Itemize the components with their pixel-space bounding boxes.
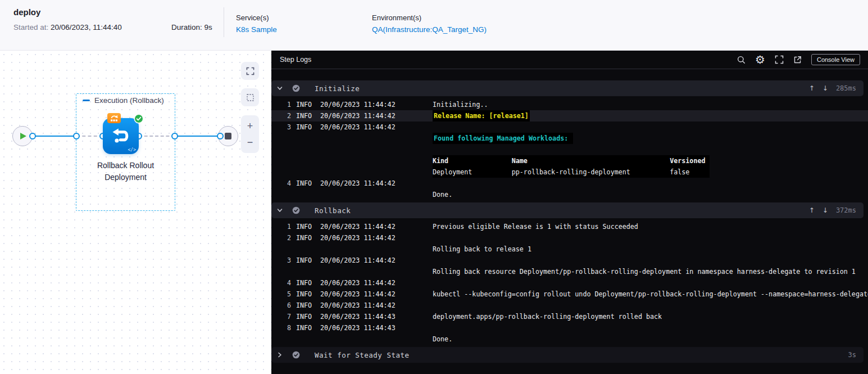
environments-block: Environment(s) QA(Infrastructure:QA_Targ…: [372, 13, 487, 34]
log-level: [296, 334, 313, 345]
log-line-number: [277, 244, 291, 255]
log-line-number: [277, 133, 291, 144]
log-line-number: 1: [277, 99, 291, 110]
log-line-number: [277, 155, 291, 166]
console-view-button[interactable]: Console View: [811, 54, 860, 65]
log-timestamp: 20/06/2023 11:44:42: [320, 110, 397, 121]
log-timestamp: 20/06/2023 11:44:42: [320, 178, 397, 189]
duration: Duration: 9s: [171, 23, 212, 31]
log-section-header[interactable]: Rollback ↑ ↓ 372ms: [271, 202, 864, 218]
log-timestamp: 20/06/2023 11:44:42: [320, 232, 397, 244]
log-section-title: Initialize: [315, 84, 360, 93]
log-message: Initializing..: [433, 99, 488, 110]
scroll-to-bottom-icon[interactable]: ↓: [822, 206, 828, 214]
log-line: 4 INFO 20/06/2023 11:44:42: [271, 277, 868, 289]
log-line: 3 INFO 20/06/2023 11:44:42: [271, 255, 868, 266]
log-level: [296, 133, 313, 144]
log-level: INFO: [296, 232, 313, 244]
log-section-header[interactable]: Initialize ↑ ↓ 285ms: [271, 80, 864, 96]
log-timestamp: [320, 266, 397, 277]
log-timestamp: [320, 189, 397, 200]
started-at: Started at: 20/06/2023, 11:44:40: [13, 23, 122, 31]
pipeline-canvas[interactable]: Execution (Rollback): [0, 51, 271, 374]
rollback-step-node[interactable]: </>: [103, 118, 139, 154]
log-section-header[interactable]: Wait for Steady State ↑ ↓ 3s: [271, 347, 864, 363]
log-line: Deployment pp-rollback-rolling-deploymen…: [271, 166, 868, 178]
expand-logs-icon[interactable]: [775, 55, 784, 64]
chevron-down-icon[interactable]: [276, 207, 284, 214]
log-timestamp: 20/06/2023 11:44:42: [320, 99, 397, 110]
section-duration: 285ms: [836, 84, 856, 92]
zoom-out-button[interactable]: −: [247, 137, 253, 147]
log-line: Kind Name Versioned: [271, 155, 868, 166]
log-line-number: 8: [277, 322, 291, 334]
port: [171, 133, 178, 139]
log-line-number: 1: [277, 221, 291, 232]
log-message: deployment.apps/pp-rollback-rolling-depl…: [433, 311, 662, 322]
log-timestamp: [320, 334, 397, 345]
collapse-group-icon[interactable]: [83, 100, 90, 101]
page-title: deploy: [13, 7, 40, 17]
log-toolbar: Step Logs ⚙ Console View: [271, 51, 868, 69]
service-link[interactable]: K8s Sample: [236, 25, 277, 34]
gear-icon[interactable]: ⚙: [755, 54, 765, 65]
edge-start-to-group: [33, 136, 76, 137]
log-line: 1 INFO 20/06/2023 11:44:42 Initializing.…: [271, 99, 868, 110]
log-line: 4 INFO 20/06/2023 11:44:42: [271, 178, 868, 189]
header-divider: [224, 7, 224, 37]
execution-header: deploy Started at: 20/06/2023, 11:44:40 …: [0, 0, 868, 51]
chevron-down-icon[interactable]: [276, 85, 284, 92]
chevron-right-icon[interactable]: [276, 352, 284, 358]
canvas-fullscreen-button[interactable]: [241, 62, 259, 80]
check-circle-icon: [292, 351, 300, 359]
log-line: 5 INFO 20/06/2023 11:44:42 kubectl --kub…: [271, 289, 868, 300]
log-line-number: 3: [277, 255, 291, 266]
duration-label: Duration:: [171, 23, 202, 31]
log-line-number: [277, 334, 291, 345]
log-line-number: 4: [277, 178, 291, 189]
log-level: INFO: [296, 322, 313, 334]
marquee-select-icon: [246, 93, 255, 102]
log-timestamp: 20/06/2023 11:44:43: [320, 311, 397, 322]
services-label: Service(s): [236, 13, 277, 22]
log-line-number: 7: [277, 311, 291, 322]
edge-group-to-end: [175, 136, 220, 137]
log-message: Kind Name Versioned: [433, 155, 710, 166]
scroll-to-top-icon[interactable]: ↑: [809, 206, 815, 214]
log-line: Found following Managed Workloads:: [271, 133, 868, 144]
log-message: Done.: [433, 334, 452, 345]
log-line-number: 3: [277, 121, 291, 133]
log-level: INFO: [296, 277, 313, 289]
log-line-number: [277, 189, 291, 200]
log-line-number: 2: [277, 232, 291, 244]
section-duration: 372ms: [836, 206, 856, 214]
log-line-number: 4: [277, 277, 291, 289]
port: [73, 133, 80, 139]
log-level: INFO: [296, 121, 313, 133]
log-timestamp: 20/06/2023 11:44:42: [320, 289, 397, 300]
log-line: 8 INFO 20/06/2023 11:44:43: [271, 322, 868, 334]
open-in-new-icon[interactable]: [793, 56, 802, 64]
zoom-in-button[interactable]: +: [247, 121, 253, 131]
log-section-title: Wait for Steady State: [315, 351, 410, 359]
fullscreen-icon: [246, 67, 255, 75]
log-line: 2 INFO 20/06/2023 11:44:42: [271, 232, 868, 244]
execution-group-title: Execution (Rollback): [94, 96, 164, 105]
log-timestamp: 20/06/2023 11:44:42: [320, 221, 397, 232]
log-message: Done.: [433, 189, 452, 200]
scroll-to-bottom-icon[interactable]: ↓: [822, 84, 828, 92]
log-level: [296, 155, 313, 166]
pipeline-execution-page: deploy Started at: 20/06/2023, 11:44:40 …: [0, 0, 868, 374]
log-sections: Initialize ↑ ↓ 285ms 1 INFO 20/06/2023 1…: [271, 69, 868, 363]
search-icon[interactable]: [737, 56, 746, 64]
log-section-rows: 1 INFO 20/06/2023 11:44:42 Previous elig…: [271, 218, 868, 347]
started-at-label: Started at:: [13, 23, 48, 31]
step-logs-panel: Step Logs ⚙ Console View: [271, 51, 868, 374]
log-timestamp: [320, 144, 397, 155]
scroll-to-top-icon[interactable]: ↑: [809, 84, 815, 92]
log-line: Done.: [271, 334, 868, 345]
marquee-select-button[interactable]: [241, 88, 259, 106]
log-timestamp: 20/06/2023 11:44:42: [320, 277, 397, 289]
log-level: INFO: [296, 221, 313, 232]
environment-link[interactable]: QA(Infrastructure:QA_Target_NG): [372, 25, 487, 34]
